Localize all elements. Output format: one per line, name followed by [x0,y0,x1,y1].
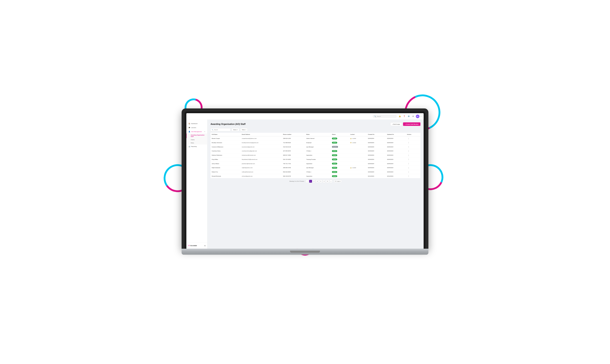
user-management-icon: 👤 [188,131,190,132]
roles-cell: 4 Roles ℹ [306,150,329,152]
cell-created: 02/04/2024 [367,162,386,166]
roles-filter-button[interactable]: Roles ▾ [240,128,248,131]
row-actions-button[interactable]: ⋮ [407,163,410,165]
sidebar-label-reporting: Reporting [191,146,196,147]
sidebar-item-dashboard[interactable]: 🏠 Dashboard [186,121,207,126]
cell-roles: Training Provider [305,157,331,162]
lock-icon: 🔒 [350,138,352,139]
row-actions-button[interactable]: ⋮ [407,171,410,173]
table-row: Courtney Henry courtney.henry@gmail.com … [210,149,420,153]
cell-roles: Apprentice [305,162,331,166]
cell-phone: 238-810-1202 [282,136,305,141]
accolade-logo: A Accolade [188,245,197,247]
pagination-next[interactable]: » [329,180,332,182]
cell-created: 02/04/2024 [367,170,386,174]
cell-status: Active [331,136,349,141]
cell-locked [349,174,367,178]
cell-created: 02/04/2024 [367,145,386,149]
pagination-prev[interactable]: ‹ [306,180,309,182]
roles-filter-chevron: ▾ [246,129,246,130]
cell-updated: 02/04/2024 [386,145,406,149]
row-actions-button[interactable]: ⋮ [407,167,410,169]
sidebar-item-user-management[interactable]: 👤 User Management ▲ [186,130,207,134]
status-badge-active: Active [332,158,337,160]
table-row: Ralph Edwards ralphe@yahoo.com 299-964-6… [210,166,420,170]
locked-cell: 🔒Locked [350,167,365,169]
sidebar-sub-menu: Awarding Organisation Staff Claims Roles [186,134,207,144]
table-search-input[interactable] [214,129,228,130]
status-badge-active: Active [332,175,337,177]
cell-roles: Employer [305,141,331,145]
home-icon: 🏠 [188,123,190,124]
row-actions-button[interactable]: ⋮ [407,150,410,152]
cell-created: 02/04/2024 [367,166,386,170]
row-actions-button[interactable]: ⋮ [407,154,410,156]
status-badge-inactive: Inactive [332,146,338,148]
table-controls: 🔍 Status ▾ Roles ▾ [210,128,420,131]
status-filter-label: Status [233,129,237,130]
pagination-page-3[interactable]: 3 [316,180,319,182]
cell-email: courtney.henry@gmail.com [241,149,282,153]
cell-locked: 🔒Locked [349,136,367,141]
grid-icon[interactable]: ⊞ [411,115,415,118]
pagination-page-4[interactable]: 4 [319,180,322,182]
main-content: Awarding Organisation (AO) Staff + Bulk … [207,119,424,249]
cell-locked [349,149,367,153]
topbar-icon-group: 🔔 ❓ ⚙️ ⊞ RG ▾ [398,115,421,118]
sidebar-sub-roles[interactable]: Roles [186,141,207,144]
row-actions-button[interactable]: ⋮ [407,175,410,177]
settings-icon[interactable]: ⚙️ [407,115,410,118]
laptop-device: 🔍 Search 🔔 ❓ ⚙️ ⊞ RG ▾ [182,108,429,254]
cell-roles: 4 Roles ℹ [305,149,331,153]
sidebar-sub-claims[interactable]: Claims [186,138,207,141]
per-page-select[interactable]: 10 / page ▾ [334,180,342,182]
cell-updated: 02/04/2024 [386,166,406,170]
help-icon[interactable]: ❓ [403,115,406,118]
pagination-page-1[interactable]: 1 [309,180,312,182]
bulk-assign-button[interactable]: + Bulk Assign [390,122,402,126]
create-staff-button[interactable]: + Create Staff Member [403,122,420,126]
cell-locked: 🔒Locked [349,141,367,145]
sidebar-item-learners[interactable]: 🎓 Learners [186,126,207,130]
cell-status: Active [331,149,349,153]
user-avatar[interactable]: RG [416,115,419,118]
locked-cell: 🔒Locked [350,142,365,143]
table-search-box[interactable]: 🔍 [210,128,231,131]
row-actions-button[interactable]: ⋮ [407,137,410,140]
cell-status: Active [331,153,349,157]
status-filter-button[interactable]: Status ▾ [232,128,239,131]
topbar-search-box[interactable]: 🔍 Search [373,115,397,118]
pagination: Showing 1 to 10 of 70 items ‹ 1 2 3 4 5 … [210,178,420,183]
cell-roles: 4 Roles ℹ [305,170,331,174]
roles-cell: Employer [306,142,312,143]
row-actions-button[interactable]: ⋮ [407,142,410,144]
cell-created: 02/04/2024 [367,141,386,145]
cell-created: 02/04/2024 [367,153,386,157]
info-icon[interactable]: ℹ [311,171,311,173]
info-icon[interactable]: ℹ [311,150,311,152]
cell-phone: 740-721-7732 [282,162,305,166]
lock-icon: 🔒 [350,167,352,168]
sidebar-sub-ao-staff[interactable]: Awarding Organisation Staff [186,134,207,138]
col-header-full-name: Full Name [210,133,241,136]
roles-cell: Admin Internal [306,138,314,139]
status-badge-active: Active [332,150,337,152]
pagination-page-6[interactable]: 6 [326,180,329,182]
col-header-created: Created On [367,133,386,136]
cell-created: 02/12/2024 [367,174,386,178]
roles-cell: Apprentice [306,155,312,156]
sidebar-collapse-button[interactable]: ◀ [204,245,205,247]
page-header: Awarding Organisation (AO) Staff + Bulk … [210,122,420,126]
status-filter-chevron: ▾ [237,129,237,130]
sidebar-item-reporting[interactable]: 📊 Reporting [186,144,207,149]
row-actions-button[interactable]: ⋮ [407,146,410,148]
pagination-page-2[interactable]: 2 [312,180,315,182]
avatar-dropdown-icon[interactable]: ▾ [421,116,421,117]
cell-name: Jenny Wilson [210,162,241,166]
row-actions-button[interactable]: ⋮ [407,158,410,160]
cell-actions: ⋮ [406,174,420,178]
col-header-actions: Actions [406,133,420,136]
locked-label: Locked [352,167,356,169]
pagination-page-5[interactable]: 5 [323,180,325,182]
bell-icon[interactable]: 🔔 [398,115,401,118]
